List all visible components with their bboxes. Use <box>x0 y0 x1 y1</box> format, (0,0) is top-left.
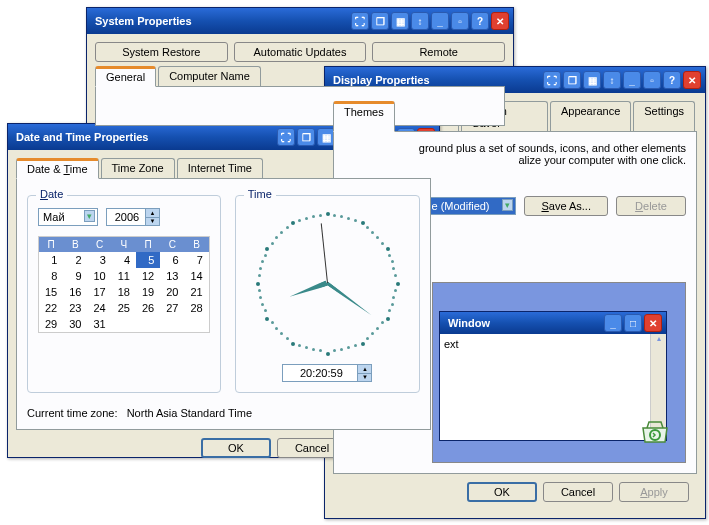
restore-icon[interactable]: ▫ <box>643 71 661 89</box>
calendar[interactable]: ПВСЧПСВ123456789101112131415161718192021… <box>38 236 210 333</box>
clock-dot <box>280 231 283 234</box>
calendar-day[interactable]: 12 <box>136 268 160 284</box>
tb-extra2-icon[interactable]: ❐ <box>371 12 389 30</box>
calendar-day <box>112 316 136 332</box>
cancel-button[interactable]: Cancel <box>543 482 613 502</box>
clock-dot <box>394 274 397 277</box>
help-icon[interactable]: ? <box>471 12 489 30</box>
calendar-day[interactable]: 5 <box>136 252 160 268</box>
tb-extra4-icon[interactable]: ↕ <box>603 71 621 89</box>
minimize-icon[interactable]: _ <box>623 71 641 89</box>
weekday-header: С <box>88 237 112 252</box>
tb-extra3-icon[interactable]: ▦ <box>583 71 601 89</box>
calendar-day[interactable]: 15 <box>39 284 63 300</box>
clock-dot <box>264 254 267 257</box>
tab-settings[interactable]: Settings <box>633 101 695 132</box>
calendar-day[interactable]: 13 <box>160 268 184 284</box>
calendar-day[interactable]: 1 <box>39 252 63 268</box>
ok-button[interactable]: OK <box>467 482 537 502</box>
calendar-day[interactable]: 9 <box>63 268 87 284</box>
tab-time-zone[interactable]: Time Zone <box>101 158 175 179</box>
calendar-day[interactable]: 4 <box>112 252 136 268</box>
calendar-day[interactable]: 16 <box>63 284 87 300</box>
calendar-day[interactable]: 30 <box>63 316 87 332</box>
clock-dot <box>305 346 308 349</box>
sysprops-title: System Properties <box>91 15 351 27</box>
tz-label: Current time zone: <box>27 407 117 419</box>
calendar-day[interactable]: 6 <box>160 252 184 268</box>
clock-dot <box>394 289 397 292</box>
calendar-day[interactable]: 24 <box>88 300 112 316</box>
tab-general[interactable]: General <box>95 66 156 87</box>
calendar-day[interactable]: 18 <box>112 284 136 300</box>
clock-dot <box>259 296 262 299</box>
preview-close-icon: ✕ <box>644 314 662 332</box>
clock-dot <box>286 337 289 340</box>
calendar-day[interactable]: 19 <box>136 284 160 300</box>
calendar-day[interactable]: 11 <box>112 268 136 284</box>
preview-titlebar: Window _ □ ✕ <box>440 312 666 334</box>
tab-appearance[interactable]: Appearance <box>550 101 631 132</box>
clock-dot <box>258 274 261 277</box>
tb-extra1-icon[interactable]: ⛶ <box>543 71 561 89</box>
tab-date-time[interactable]: Date & Time <box>16 158 99 179</box>
calendar-day[interactable]: 2 <box>63 252 87 268</box>
tab-computer-name[interactable]: Computer Name <box>158 66 261 87</box>
restore-icon[interactable]: ▫ <box>451 12 469 30</box>
close-icon[interactable]: ✕ <box>491 12 509 30</box>
calendar-day[interactable]: 7 <box>185 252 209 268</box>
clock-dot <box>388 254 391 257</box>
system-restore-button[interactable]: System Restore <box>95 42 228 62</box>
calendar-day[interactable]: 8 <box>39 268 63 284</box>
calendar-day[interactable]: 28 <box>185 300 209 316</box>
calendar-day[interactable]: 31 <box>88 316 112 332</box>
tb-extra1-icon[interactable]: ⛶ <box>277 128 295 146</box>
theme-dropdown[interactable]: e (Modified) <box>426 197 516 215</box>
clock-dot <box>261 303 264 306</box>
time-spinner[interactable]: 20:20:59 ▲▼ <box>282 364 372 382</box>
clock-dot <box>340 348 343 351</box>
calendar-day[interactable]: 17 <box>88 284 112 300</box>
calendar-day[interactable]: 20 <box>160 284 184 300</box>
sysprops-titlebar[interactable]: System Properties ⛶ ❐ ▦ ↕ _ ▫ ? ✕ <box>87 8 513 34</box>
calendar-day[interactable]: 3 <box>88 252 112 268</box>
tab-themes[interactable]: Themes <box>333 101 395 132</box>
calendar-day[interactable]: 25 <box>112 300 136 316</box>
clock-dot <box>392 296 395 299</box>
minimize-icon[interactable]: _ <box>431 12 449 30</box>
clock-dot <box>333 349 336 352</box>
help-icon[interactable]: ? <box>663 71 681 89</box>
ok-button[interactable]: OK <box>201 438 271 458</box>
calendar-day[interactable]: 27 <box>160 300 184 316</box>
tb-extra3-icon[interactable]: ▦ <box>391 12 409 30</box>
clock-dot <box>264 309 267 312</box>
calendar-day[interactable]: 26 <box>136 300 160 316</box>
clock-dot <box>319 349 322 352</box>
month-dropdown[interactable]: Май <box>38 208 98 226</box>
calendar-day[interactable]: 10 <box>88 268 112 284</box>
display-title: Display Properties <box>329 74 543 86</box>
tb-extra2-icon[interactable]: ❐ <box>563 71 581 89</box>
clock-dot <box>286 226 289 229</box>
analog-clock <box>252 208 402 358</box>
year-spinner[interactable]: 2006 ▲▼ <box>106 208 160 226</box>
calendar-day[interactable]: 21 <box>185 284 209 300</box>
clock-dot <box>258 289 261 292</box>
calendar-day[interactable]: 29 <box>39 316 63 332</box>
calendar-day[interactable]: 23 <box>63 300 87 316</box>
calendar-day[interactable]: 14 <box>185 268 209 284</box>
tb-extra2-icon[interactable]: ❐ <box>297 128 315 146</box>
clock-dot <box>392 267 395 270</box>
clock-dot <box>298 344 301 347</box>
tb-extra4-icon[interactable]: ↕ <box>411 12 429 30</box>
remote-button[interactable]: Remote <box>372 42 505 62</box>
tab-internet-time[interactable]: Internet Time <box>177 158 263 179</box>
close-icon[interactable]: ✕ <box>683 71 701 89</box>
tb-extra1-icon[interactable]: ⛶ <box>351 12 369 30</box>
clock-dot <box>376 327 379 330</box>
clock-dot <box>319 214 322 217</box>
calendar-day[interactable]: 22 <box>39 300 63 316</box>
clock-dot <box>381 242 384 245</box>
automatic-updates-button[interactable]: Automatic Updates <box>234 42 367 62</box>
save-as-button[interactable]: Save As... <box>524 196 608 216</box>
